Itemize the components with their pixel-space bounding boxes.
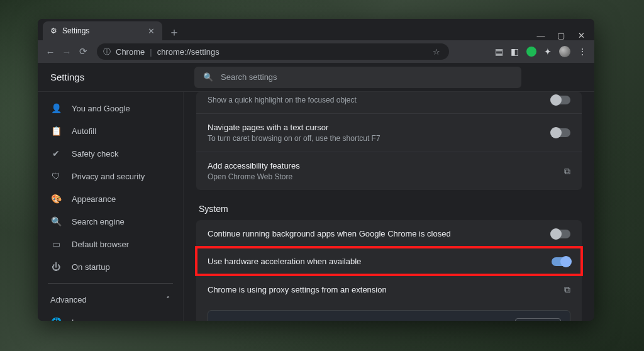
sidebar-advanced-toggle[interactable]: Advanced ˄ — [38, 289, 183, 311]
minimize-icon[interactable]: ― — [536, 31, 545, 40]
omnibox-url: chrome://settings — [157, 47, 219, 57]
new-tab-button[interactable]: ＋ — [166, 24, 182, 40]
sidebar-item-autofill[interactable]: 📋 Autofill — [38, 120, 183, 142]
shield-check-icon: ✔ — [50, 148, 62, 159]
settings-search[interactable]: 🔍 Search settings — [194, 67, 521, 88]
close-window-icon[interactable]: ✕ — [577, 31, 586, 40]
row-text-cursor: Navigate pages with a text cursor To tur… — [196, 113, 582, 152]
sidebar-item-label: Safety check — [72, 149, 118, 159]
row-title: Use hardware acceleration when available — [208, 257, 361, 266]
row-subtitle: Open Chrome Web Store — [208, 172, 300, 181]
sidebar-item-label: Autofill — [72, 126, 96, 136]
toggle-background-apps[interactable] — [552, 230, 570, 238]
forward-icon: → — [62, 47, 72, 57]
close-tab-icon[interactable]: ✕ — [148, 26, 155, 36]
settings-title: Settings — [50, 72, 179, 82]
row-accessibility-features[interactable]: Add accessibility features Open Chrome W… — [196, 152, 582, 190]
power-icon: ⏻ — [50, 262, 62, 272]
extension-icons: ▤ ◧ ✦ ⋮ — [495, 46, 587, 57]
row-title: Add accessibility features — [208, 161, 300, 170]
sidebar-item-label: You and Google — [72, 104, 130, 113]
toggle-hardware-acceleration[interactable] — [552, 257, 570, 266]
tab-title: Settings — [62, 26, 89, 35]
settings-main[interactable]: Show a quick highlight on the focused ob… — [184, 92, 594, 321]
extension-icon-2[interactable]: ◧ — [511, 47, 519, 57]
sidebar-item-label: Default browser — [72, 240, 129, 249]
row-subtitle: To turn caret browsing on or off, use th… — [208, 134, 380, 143]
row-background-apps: Continue running background apps when Go… — [196, 220, 582, 247]
sidebar-item-you-and-google[interactable]: 👤 You and Google — [38, 97, 183, 120]
clipboard-icon: 📋 — [50, 126, 62, 136]
profile-avatar[interactable] — [559, 46, 570, 57]
search-placeholder: Search settings — [221, 72, 277, 82]
sidebar-advanced-label: Advanced — [50, 295, 87, 304]
sidebar-item-appearance[interactable]: 🎨 Appearance — [38, 187, 183, 210]
reload-icon[interactable]: ⟳ — [78, 46, 88, 57]
search-icon: 🔍 — [203, 72, 213, 82]
sidebar-item-privacy[interactable]: 🛡 Privacy and security — [38, 165, 183, 187]
overflow-menu-icon[interactable]: ⋮ — [578, 47, 587, 57]
person-icon: 👤 — [50, 103, 62, 113]
settings-content: Settings 🔍 Search settings 👤 You and Goo… — [38, 63, 594, 321]
sidebar-separator — [48, 283, 173, 284]
row-quick-highlight: Show a quick highlight on the focused ob… — [196, 92, 582, 113]
sidebar-item-label: Search engine — [72, 217, 125, 226]
system-card: Continue running background apps when Go… — [196, 220, 582, 321]
sidebar-item-on-startup[interactable]: ⏻ On startup — [38, 255, 183, 278]
accessibility-card: Show a quick highlight on the focused ob… — [196, 92, 582, 190]
settings-header: Settings 🔍 Search settings — [38, 63, 594, 92]
window-controls: ― ▢ ✕ — [536, 31, 594, 40]
toggle-quick-highlight[interactable] — [552, 96, 570, 104]
section-system-title: System — [199, 204, 582, 214]
extension-icon-grammarly[interactable] — [526, 47, 536, 57]
settings-sidebar[interactable]: 👤 You and Google 📋 Autofill ✔ Safety che… — [38, 92, 184, 321]
chevron-up-icon: ˄ — [166, 295, 170, 304]
row-title: Show a quick highlight on the focused ob… — [208, 96, 357, 104]
sidebar-item-label: Languages — [72, 318, 112, 321]
extension-icon-1[interactable]: ▤ — [495, 47, 503, 57]
extensions-puzzle-icon[interactable]: ✦ — [544, 47, 552, 57]
omnibox[interactable]: ⓘ Chrome | chrome://settings ☆ — [97, 43, 449, 60]
browser-tab-settings[interactable]: ⚙ Settings ✕ — [43, 21, 162, 40]
browser-toolbar: ← → ⟳ ⓘ Chrome | chrome://settings ☆ ▤ ◧… — [38, 40, 594, 63]
sidebar-item-safety-check[interactable]: ✔ Safety check — [38, 142, 183, 165]
maximize-icon[interactable]: ▢ — [557, 31, 565, 40]
sidebar-item-languages[interactable]: 🌐 Languages — [38, 311, 183, 321]
shield-icon: 🛡 — [50, 171, 62, 181]
external-link-icon[interactable]: ⧉ — [564, 166, 570, 177]
sidebar-item-default-browser[interactable]: ▭ Default browser — [38, 233, 183, 255]
sidebar-item-label: Appearance — [72, 194, 116, 204]
tab-strip: ⚙ Settings ✕ ＋ ― ▢ ✕ — [38, 19, 594, 40]
bookmark-star-icon[interactable]: ☆ — [433, 47, 440, 57]
toggle-text-cursor[interactable] — [552, 128, 570, 137]
browser-icon: ▭ — [50, 239, 62, 249]
palette-icon: 🎨 — [50, 194, 62, 204]
proxy-notice: TunnelBear VPN is controlling this setti… — [208, 310, 570, 321]
gear-icon: ⚙ — [50, 26, 57, 35]
search-engine-icon: 🔍 — [50, 216, 62, 226]
row-title: Continue running background apps when Go… — [208, 229, 451, 238]
row-hardware-acceleration: Use hardware acceleration when available — [196, 247, 582, 275]
omnibox-divider: | — [150, 47, 152, 57]
omnibox-prefix: Chrome — [116, 47, 145, 57]
sidebar-item-label: Privacy and security — [72, 172, 145, 181]
browser-window: ⚙ Settings ✕ ＋ ― ▢ ✕ ← → ⟳ ⓘ Chrome | ch… — [38, 19, 594, 321]
row-title: Chrome is using proxy settings from an e… — [208, 285, 387, 294]
settings-body: 👤 You and Google 📋 Autofill ✔ Safety che… — [38, 92, 594, 321]
row-title: Navigate pages with a text cursor — [208, 123, 380, 132]
external-link-icon[interactable]: ⧉ — [564, 284, 570, 295]
globe-icon: 🌐 — [50, 317, 62, 321]
site-info-icon[interactable]: ⓘ — [103, 47, 111, 57]
back-icon[interactable]: ← — [45, 47, 55, 57]
sidebar-item-search-engine[interactable]: 🔍 Search engine — [38, 210, 183, 233]
row-proxy-extension[interactable]: Chrome is using proxy settings from an e… — [196, 275, 582, 304]
sidebar-item-label: On startup — [72, 262, 110, 272]
disable-button[interactable]: Disable — [515, 318, 561, 321]
